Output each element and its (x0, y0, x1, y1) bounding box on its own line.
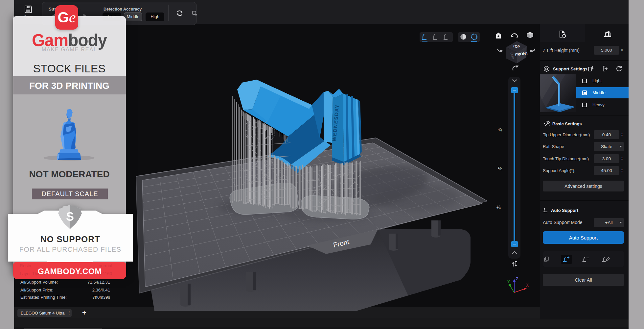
svg-text:Z: Z (516, 277, 518, 281)
svg-text:Y: Y (507, 280, 510, 284)
svg-text:X: X (526, 283, 529, 288)
svg-text:S: S (66, 210, 74, 223)
